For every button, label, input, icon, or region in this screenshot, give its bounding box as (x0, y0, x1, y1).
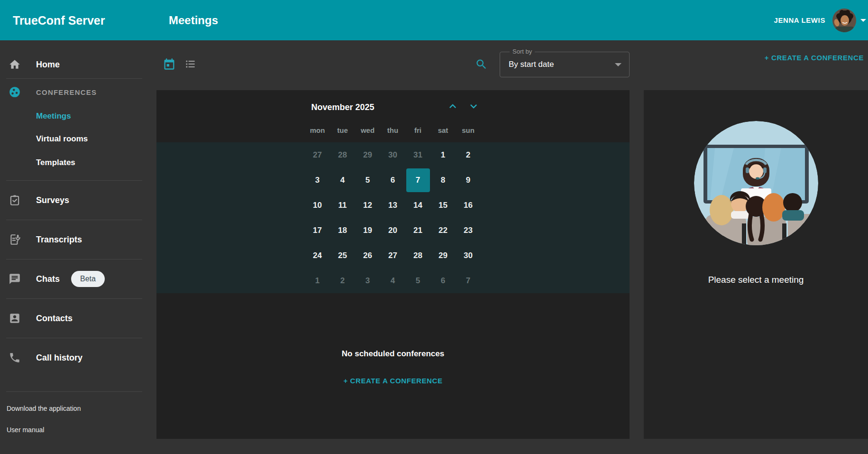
calendar-day-number: 5 (406, 269, 430, 293)
calendar-day-number: 22 (431, 219, 455, 242)
download-application-link[interactable]: Download the application (0, 397, 142, 420)
calendar-day[interactable]: 5 (405, 268, 430, 293)
calendar-week-row: 24252627282930 (305, 243, 481, 268)
create-conference-link[interactable]: + CREATE A CONFERENCE (343, 377, 442, 385)
sidebar-item-contacts[interactable]: Contacts (0, 299, 142, 338)
calendar-day-number: 28 (331, 143, 355, 167)
calendar-day[interactable]: 15 (430, 193, 456, 218)
list-view-toggle[interactable] (184, 58, 197, 72)
calendar-week-row: 272829303112 (305, 142, 481, 167)
calendar-day[interactable]: 13 (380, 193, 405, 218)
calendar-day-number: 11 (331, 194, 355, 217)
sidebar-item-home[interactable]: Home (0, 51, 142, 78)
calendar-day-number: 29 (431, 244, 455, 268)
calendar-day[interactable]: 19 (355, 218, 380, 243)
calendar-day[interactable]: 28 (405, 243, 430, 268)
month-prev-button[interactable] (446, 100, 459, 115)
calendar-day-number: 24 (306, 244, 329, 268)
calendar-day[interactable]: 11 (330, 193, 355, 218)
user-manual-link[interactable]: User manual (0, 420, 142, 439)
calendar-day[interactable]: 30 (456, 243, 481, 268)
calendar-day[interactable]: 21 (405, 218, 430, 243)
calendar-day-number: 6 (381, 168, 405, 192)
calendar-day[interactable]: 31 (405, 142, 430, 167)
calendar-day-number: 3 (306, 168, 329, 192)
calendar-day-number: 12 (356, 194, 380, 217)
sidebar-item-label: Meetings (36, 111, 71, 121)
calendar-day[interactable]: 27 (305, 142, 330, 167)
calendar-day[interactable]: 12 (355, 193, 380, 218)
calendar-day[interactable]: 4 (380, 268, 405, 293)
app-header: TrueConf Server Meetings JENNA LEWIS (0, 0, 868, 40)
calendar-day-number: 2 (331, 269, 355, 293)
calendar-day-number: 3 (356, 269, 380, 293)
chevron-down-icon (467, 100, 480, 113)
day-of-week-label: tue (330, 126, 355, 134)
day-of-week-label: mon (305, 126, 330, 134)
calendar-day[interactable]: 23 (456, 218, 481, 243)
sidebar-item-virtual-rooms[interactable]: Virtual rooms (0, 127, 142, 151)
calendar-day[interactable]: 7 (456, 268, 481, 293)
search-button[interactable] (475, 58, 488, 73)
calendar-day[interactable]: 22 (430, 218, 456, 243)
chats-icon (9, 273, 21, 285)
calendar-day[interactable]: 1 (305, 268, 330, 293)
calendar-week-row: 1234567 (305, 268, 481, 293)
link-label: Download the application (7, 405, 81, 412)
call-history-icon (9, 352, 21, 364)
sidebar-item-chats[interactable]: Chats Beta (0, 259, 142, 298)
calendar-day-number: 4 (381, 269, 405, 293)
sidebar-item-transcripts[interactable]: Transcripts (0, 220, 142, 259)
calendar-day[interactable]: 20 (380, 218, 405, 243)
sort-caret-icon (615, 63, 621, 70)
calendar-day-number: 9 (457, 168, 480, 192)
calendar-day-number: 27 (381, 244, 405, 268)
calendar-day[interactable]: 28 (330, 142, 355, 167)
sort-by-label: Sort by (510, 48, 535, 55)
sort-by-select[interactable]: Sort by By start date (500, 52, 630, 77)
sidebar-item-meetings[interactable]: Meetings (0, 105, 142, 127)
create-conference-button[interactable]: + CREATE A CONFERENCE (765, 54, 864, 62)
day-of-week-label: sat (430, 126, 456, 134)
calendar-day-number: 7 (406, 168, 430, 192)
calendar-day[interactable]: 29 (430, 243, 456, 268)
sidebar-item-templates[interactable]: Templates (0, 151, 142, 175)
calendar-day[interactable]: 14 (405, 193, 430, 218)
user-avatar[interactable] (832, 9, 856, 32)
calendar-day[interactable]: 2 (456, 142, 481, 167)
calendar-day[interactable]: 30 (380, 142, 405, 167)
calendar-view-toggle[interactable] (163, 57, 176, 73)
calendar-day[interactable]: 24 (305, 243, 330, 268)
calendar-day[interactable]: 16 (456, 193, 481, 218)
calendar-day[interactable]: 3 (355, 268, 380, 293)
calendar-day-selected[interactable]: 7 (405, 167, 430, 193)
calendar-day-number: 20 (381, 219, 405, 242)
sidebar-item-surveys[interactable]: Surveys (0, 181, 142, 220)
calendar-day[interactable]: 5 (355, 167, 380, 193)
month-next-button[interactable] (467, 100, 480, 115)
user-menu[interactable]: JENNA LEWIS (774, 0, 866, 40)
calendar-day[interactable]: 8 (430, 167, 456, 193)
calendar-day[interactable]: 26 (355, 243, 380, 268)
conferences-icon (9, 86, 21, 98)
transcripts-icon (9, 233, 21, 246)
calendar-day[interactable]: 6 (380, 167, 405, 193)
sidebar-item-label: Chats (36, 274, 60, 284)
calendar-day[interactable]: 25 (330, 243, 355, 268)
day-of-week-label: fri (405, 126, 430, 134)
calendar-day[interactable]: 2 (330, 268, 355, 293)
calendar-day[interactable]: 1 (430, 142, 456, 167)
calendar-day[interactable]: 17 (305, 218, 330, 243)
calendar-day-number: 1 (306, 269, 329, 293)
calendar-day[interactable]: 29 (355, 142, 380, 167)
calendar-day[interactable]: 10 (305, 193, 330, 218)
sidebar-item-label: Contacts (36, 314, 73, 324)
calendar-day[interactable]: 27 (380, 243, 405, 268)
calendar-day[interactable]: 9 (456, 167, 481, 193)
calendar-day[interactable]: 3 (305, 167, 330, 193)
calendar-day[interactable]: 4 (330, 167, 355, 193)
calendar-day[interactable]: 18 (330, 218, 355, 243)
calendar-day[interactable]: 6 (430, 268, 456, 293)
sidebar-item-call-history[interactable]: Call history (0, 338, 142, 377)
calendar-header: November 2025 (305, 90, 481, 124)
